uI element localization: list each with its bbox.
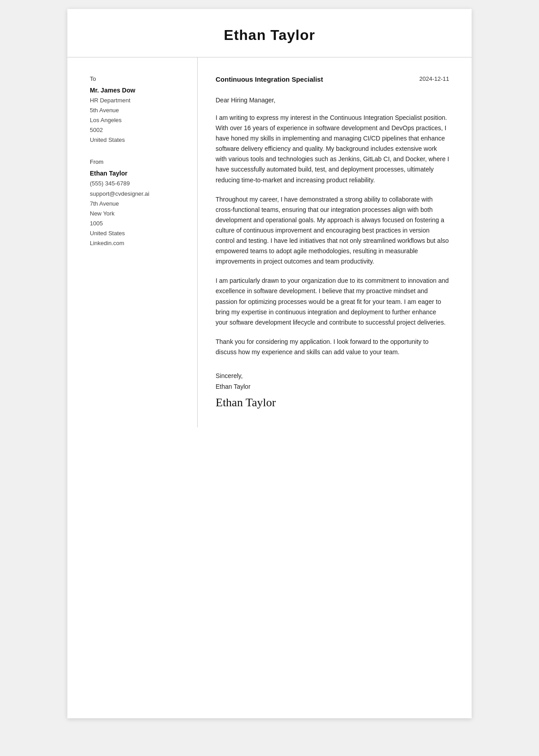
paragraph-1: I am writing to express my interest in t… bbox=[216, 113, 449, 185]
closing-block: Sincerely, Ethan Taylor Ethan Taylor bbox=[216, 371, 449, 409]
signature-script: Ethan Taylor bbox=[216, 396, 449, 409]
sender-street: 7th Avenue bbox=[90, 199, 184, 209]
left-column: To Mr. James Dow HR Department 5th Avenu… bbox=[67, 57, 198, 427]
to-label: To bbox=[90, 75, 184, 82]
sender-phone: (555) 345-6789 bbox=[90, 179, 184, 189]
recipient-country: United States bbox=[90, 135, 184, 145]
recipient-name: Mr. James Dow bbox=[90, 87, 184, 94]
closing-text: Sincerely, bbox=[216, 371, 449, 382]
sender-city: New York bbox=[90, 209, 184, 219]
recipient-department: HR Department bbox=[90, 96, 184, 105]
sender-country: United States bbox=[90, 229, 184, 238]
sender-website: Linkedin.com bbox=[90, 238, 184, 248]
letter-date: 2024-12-11 bbox=[420, 75, 450, 82]
right-column: Continuous Integration Specialist 2024-1… bbox=[198, 57, 472, 427]
recipient-street: 5th Avenue bbox=[90, 105, 184, 115]
header-name: Ethan Taylor bbox=[94, 27, 445, 44]
header: Ethan Taylor bbox=[67, 9, 472, 57]
body-section: To Mr. James Dow HR Department 5th Avenu… bbox=[67, 57, 472, 427]
from-label: From bbox=[90, 158, 184, 165]
recipient-city: Los Angeles bbox=[90, 115, 184, 125]
paragraph-2: Throughout my career, I have demonstrate… bbox=[216, 194, 449, 267]
sender-email: support@cvdesigner.ai bbox=[90, 189, 184, 199]
paragraph-3: I am particularly drawn to your organiza… bbox=[216, 276, 449, 327]
job-title: Continuous Integration Specialist bbox=[216, 75, 323, 83]
recipient-zip: 5002 bbox=[90, 125, 184, 135]
sender-zip: 1005 bbox=[90, 219, 184, 229]
letter-header-row: Continuous Integration Specialist 2024-1… bbox=[216, 75, 449, 83]
sender-name: Ethan Taylor bbox=[90, 170, 184, 177]
paragraph-4: Thank you for considering my application… bbox=[216, 337, 449, 357]
salutation: Dear Hiring Manager, bbox=[216, 97, 449, 104]
closing-name: Ethan Taylor bbox=[216, 382, 449, 392]
cover-letter-page: Ethan Taylor To Mr. James Dow HR Departm… bbox=[67, 9, 472, 718]
